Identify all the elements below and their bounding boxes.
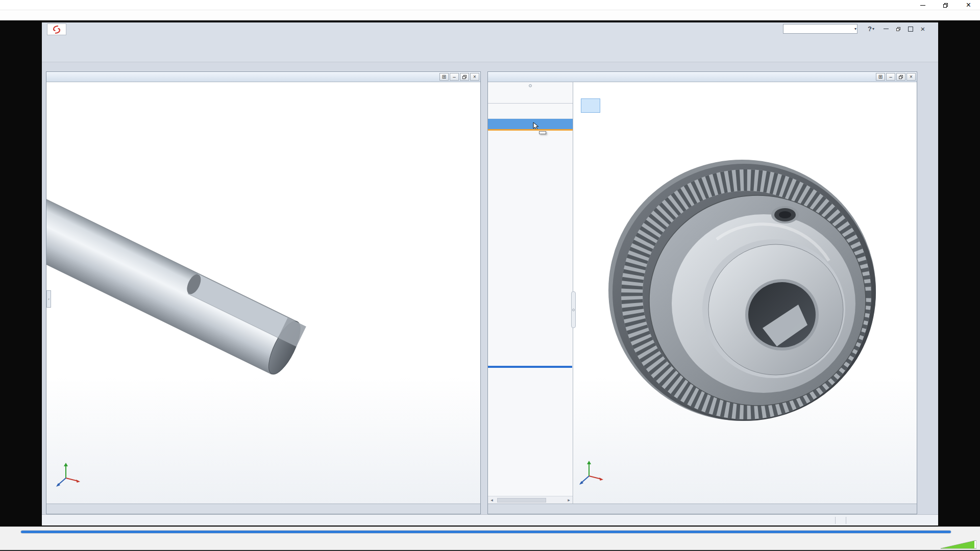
window-close-icon[interactable]: × xyxy=(470,73,479,81)
window-restore-icon[interactable] xyxy=(460,73,469,81)
solidworks-logo-mark xyxy=(52,25,62,34)
solidworks-window: ▾ ? ▾ × xyxy=(42,22,938,525)
shaft-window-titlebar[interactable]: ⊞ – × xyxy=(46,72,480,82)
window-split-icon[interactable]: ⊞ xyxy=(439,73,449,81)
tree-root-item-selected[interactable] xyxy=(488,119,573,129)
pulley-window-titlebar[interactable]: ⊞ – × xyxy=(488,72,917,82)
window-close-icon[interactable]: × xyxy=(906,73,916,81)
solidworks-logo xyxy=(47,23,66,35)
panel-drag-handle[interactable] xyxy=(488,82,573,89)
drop-indicator xyxy=(488,129,573,131)
shaft-assembly-window: ⊞ – × xyxy=(46,71,481,514)
pulley-window-bottom-tabs xyxy=(488,504,917,514)
command-manager-toolbar xyxy=(42,37,938,52)
tree-horizontal-scrollbar[interactable]: ◂ ▸ xyxy=(488,496,573,504)
restore-icon[interactable] xyxy=(934,0,957,10)
shaft-3d-model[interactable] xyxy=(46,82,480,504)
tree-panel-tabs xyxy=(488,89,573,104)
sw-window-controls: × xyxy=(880,24,929,34)
volume-slider[interactable] xyxy=(941,540,976,549)
orientation-triad xyxy=(55,461,81,487)
screen: × xyxy=(0,0,980,551)
sw-minimize-icon[interactable] xyxy=(880,24,892,34)
help-dropdown-icon[interactable]: ▾ xyxy=(872,27,874,31)
shaft-window-bottom-tabs xyxy=(46,504,480,514)
window-minimize-icon[interactable]: – xyxy=(450,73,459,81)
close-icon[interactable]: × xyxy=(957,0,980,10)
pulley-part-window: ⊞ – × xyxy=(487,71,917,514)
search-dropdown-icon[interactable]: ▾ xyxy=(854,27,856,31)
scroll-left-icon[interactable]: ◂ xyxy=(488,497,496,503)
minimize-icon[interactable] xyxy=(911,0,934,10)
command-manager-tabs xyxy=(42,52,938,62)
collapse-panel-icon[interactable]: ‹ xyxy=(46,290,51,308)
scroll-right-icon[interactable]: ▸ xyxy=(565,497,573,503)
window-restore-icon[interactable] xyxy=(896,73,905,81)
shaft-window-buttons: ⊞ – × xyxy=(438,73,479,81)
sw-maximize-icon[interactable] xyxy=(904,24,917,34)
sw-status-bar xyxy=(42,514,938,525)
sw-topright: ▾ ? ▾ × xyxy=(783,24,929,34)
pulley-3d-model[interactable] xyxy=(589,128,932,485)
selection-breadcrumb-button[interactable] xyxy=(581,98,600,113)
vlc-menubar xyxy=(0,10,980,20)
sw-restore-icon[interactable] xyxy=(892,24,904,34)
vlc-titlebar: × xyxy=(0,0,980,10)
pulley-viewport[interactable] xyxy=(574,82,917,504)
scrollbar-thumb[interactable] xyxy=(497,498,546,503)
feature-manager-tree: ◂ ▸ xyxy=(488,82,573,504)
seek-fill xyxy=(21,531,951,533)
vlc-controls xyxy=(0,527,980,550)
window-minimize-icon[interactable]: – xyxy=(886,73,895,81)
tree-filter-row xyxy=(488,104,573,119)
orientation-triad xyxy=(578,459,604,485)
sw-topbar: ▾ ? ▾ × xyxy=(42,22,938,37)
pulley-window-buttons: ⊞ – × xyxy=(875,73,916,81)
seek-bar[interactable] xyxy=(20,530,951,534)
mouse-cursor-icon xyxy=(533,122,540,129)
sw-close-icon[interactable]: × xyxy=(917,24,929,34)
window-split-icon[interactable]: ⊞ xyxy=(876,73,885,81)
video-area[interactable]: ▾ ? ▾ × xyxy=(0,20,980,527)
panel-splitter-handle[interactable] xyxy=(571,291,576,328)
search-commands-box[interactable]: ▾ xyxy=(783,24,857,34)
rollback-bar[interactable] xyxy=(488,366,572,368)
shaft-viewport[interactable]: ‹ xyxy=(46,82,480,504)
tooltip xyxy=(539,131,546,134)
